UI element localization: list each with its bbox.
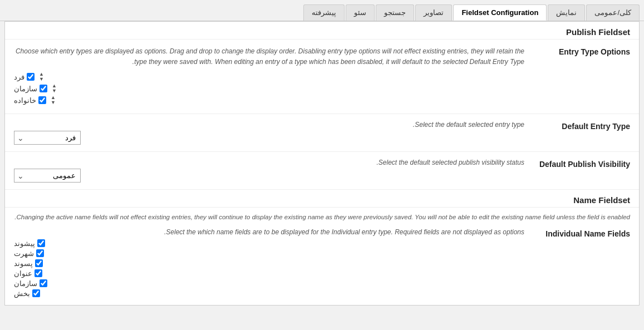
checkbox-pasvand[interactable] [35,259,43,267]
sort-arrows-fard[interactable]: ▲▼ [39,72,44,82]
default-entry-type-select-wrapper: فرد سازمان خانواده [14,131,81,145]
checkbox-onvan[interactable] [35,269,42,277]
tab-seo[interactable]: سئو [346,4,375,21]
fieldset-heading-spacer [14,27,530,37]
sort-arrows-sazman[interactable]: ▲▼ [52,83,57,93]
entry-type-options-label: Entry Type Options [530,46,630,56]
name-field-bakhsh: بخش [14,289,524,298]
name-field-shohrat: شهرت [14,249,524,258]
individual-name-fields-select-label: Select the which name fields are to be d… [14,228,524,236]
label-shohrat: شهرت [14,249,34,258]
entry-type-description: Choose which entry types are displayed a… [14,46,524,67]
entry-type-option-khanevadeh: ▲▼ خانواده [14,95,524,105]
tab-fieldset[interactable]: Fieldset Configuration [453,4,547,21]
individual-name-fields-content: Select the which name fields are to be d… [14,228,524,299]
default-publish-visibility-select[interactable]: عمومی خصوصی [14,169,81,183]
entry-type-options-content: Choose which entry types are displayed a… [14,46,524,107]
default-publish-visibility-label: Default Publish Visibility [530,159,630,169]
default-publish-visibility-select-label: Select the default selected publish visi… [14,159,524,166]
tab-images[interactable]: تصاویر [415,4,452,21]
name-field-pasvand: پسوند [14,259,524,268]
name-field-onvan: عنوان [14,269,524,278]
label-pasvand: پسوند [14,259,33,268]
entry-type-options-section: Choose which entry types are displayed a… [5,40,639,114]
checkbox-shohrat[interactable] [36,249,44,257]
label-onvan: عنوان [14,269,32,278]
label-name-sazman: سازمان [14,279,37,288]
content-area: Publish Fieldset Choose which entry type… [4,21,640,306]
individual-name-fields-label: Individual Name Fields [530,228,630,299]
default-entry-type-select-row: فرد سازمان خانواده [14,131,524,145]
label-pishvand: پیشوند [14,239,35,248]
publish-fieldset-heading-row: Publish Fieldset [5,22,639,40]
publish-fieldset-label: Publish Fieldset [530,27,630,37]
default-entry-type-select-label: Select the default selected entry type. [14,121,524,129]
default-entry-type-label: Default Entry Type [530,121,630,131]
tab-display[interactable]: نمایش [548,4,585,21]
name-field-sazman: سازمان [14,279,524,288]
entry-type-option-fard: ▲▼ فرد [14,72,524,82]
checkbox-khanevadeh[interactable] [38,96,46,104]
default-publish-visibility-content: Select the default selected publish visi… [14,159,524,183]
name-fieldset-heading-row: Name Fieldset [5,190,639,208]
default-publish-visibility-section: Select the default selected publish visi… [5,152,639,190]
label-bakhsh: بخش [14,289,30,298]
page-wrapper: کلی/عمومی نمایش Fieldset Configuration ت… [0,0,644,330]
default-entry-type-content: Select the default selected entry type. … [14,121,524,145]
checkbox-bakhsh[interactable] [32,289,40,297]
checkbox-pishvand[interactable] [37,239,45,247]
default-entry-type-section: Select the default selected entry type. … [5,114,639,152]
tab-search[interactable]: جستجو [376,4,414,21]
tab-general[interactable]: کلی/عمومی [586,4,640,21]
sort-arrows-khanevadeh[interactable]: ▲▼ [51,95,56,105]
label-khanevadeh: خانواده [14,96,36,105]
name-fieldset-label: Name Fieldset [530,195,630,205]
default-publish-visibility-select-wrapper: عمومی خصوصی [14,169,81,183]
default-publish-visibility-select-row: عمومی خصوصی [14,169,524,183]
checkbox-name-sazman[interactable] [40,279,47,287]
label-sazman: سازمان [14,85,37,93]
checkbox-fard[interactable] [27,73,35,81]
name-fieldset-description: Changing the active name fields will not… [5,208,639,224]
label-fard: فرد [14,73,24,81]
name-field-pishvand: پیشوند [14,239,524,248]
tab-bar: کلی/عمومی نمایش Fieldset Configuration ت… [0,0,644,21]
tab-advanced[interactable]: پیشرفته [303,4,345,21]
entry-type-option-sazman: ▲▼ سازمان [14,83,524,93]
checkbox-sazman[interactable] [40,85,47,92]
individual-name-fields-section: Select the which name fields are to be d… [5,225,639,305]
name-fieldset-heading-spacer [14,195,530,205]
default-entry-type-select[interactable]: فرد سازمان خانواده [14,131,81,145]
